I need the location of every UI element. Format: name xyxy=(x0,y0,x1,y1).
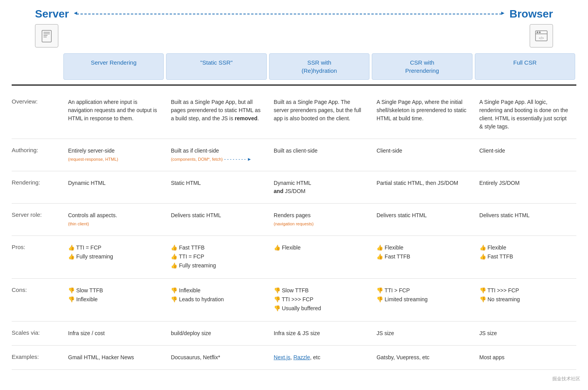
scales-static-ssr: build/deploy size xyxy=(165,326,268,341)
col-full-csr: Full CSR xyxy=(475,53,575,80)
svg-point-8 xyxy=(539,32,541,33)
scales-server-rendering: Infra size / cost xyxy=(62,326,165,341)
overview-csr-prerendering: A Single Page App, where the initial she… xyxy=(371,95,473,134)
authoring-server-rendering: Entirely server-side (request-response, … xyxy=(62,144,165,166)
col-csr-prerendering: CSR with Prerendering xyxy=(372,53,472,80)
server-role-ssr-rehydration: Renders pages (navigation requests) xyxy=(268,208,371,231)
overview-full-csr: A Single Page App. All logic, rendering … xyxy=(474,95,576,134)
rendering-static-ssr: Static HTML xyxy=(165,176,268,199)
examples-ssr-rehydration: Next.js, Razzle, etc xyxy=(268,350,371,365)
col-static-ssr: "Static SSR" xyxy=(166,53,266,80)
nextjs-link[interactable]: Next.js xyxy=(274,354,290,360)
overview-static-ssr: Built as a Single Page App, but all page… xyxy=(165,95,268,134)
examples-label: Examples: xyxy=(12,350,62,365)
server-role-static-ssr: Delivers static HTML xyxy=(165,208,268,231)
rendering-full-csr: Entirely JS/DOM xyxy=(474,176,576,199)
examples-server-rendering: Gmail HTML, Hacker News xyxy=(62,350,165,365)
browser-label: Browser xyxy=(509,8,553,20)
authoring-label: Authoring: xyxy=(12,144,62,166)
rendering-row: Rendering: Dynamic HTML Static HTML Dyna… xyxy=(12,171,576,204)
svg-text:</>: </> xyxy=(539,36,544,40)
pros-label: Pros: xyxy=(12,241,62,274)
server-role-full-csr: Delivers static HTML xyxy=(474,208,576,231)
watermark: 掘金技术社区 xyxy=(552,376,580,378)
pros-row: Pros: 👍 TTI = FCP 👍 Fully streaming 👍 Fa… xyxy=(12,236,576,279)
top-header: Server Browser xyxy=(12,8,576,20)
arrow-container xyxy=(69,14,509,14)
cons-label: Cons: xyxy=(12,283,62,316)
examples-row: Examples: Gmail HTML, Hacker News Docusa… xyxy=(12,346,576,370)
scales-ssr-rehydration: Infra size & JS size xyxy=(268,326,371,341)
col-ssr-rehydration: SSR with (Re)hydration xyxy=(269,53,369,80)
pros-server-rendering: 👍 TTI = FCP 👍 Fully streaming xyxy=(62,241,165,274)
authoring-csr-prerendering: Client-side xyxy=(371,144,473,166)
authoring-row: Authoring: Entirely server-side (request… xyxy=(12,139,576,171)
pros-static-ssr: 👍 Fast TTFB 👍 TTI = FCP 👍 Fully streamin… xyxy=(165,241,268,274)
examples-static-ssr: Docusaurus, Netflix* xyxy=(165,350,268,365)
cons-full-csr: 👎 TTI >>> FCP 👎 No streaming xyxy=(474,283,576,316)
browser-icon: </> xyxy=(530,24,553,47)
dashed-arrow xyxy=(77,14,502,14)
authoring-full-csr: Client-side xyxy=(474,144,576,166)
examples-csr-prerendering: Gatsby, Vuepress, etc xyxy=(371,350,473,365)
divider xyxy=(12,84,576,86)
server-role-row: Server role: Controls all aspects. (thin… xyxy=(12,204,576,236)
overview-ssr-rehydration: Built as a Single Page App. The server p… xyxy=(268,95,371,134)
cons-ssr-rehydration: 👎 Slow TTFB 👎 TTI >>> FCP 👎 Usually buff… xyxy=(268,283,371,316)
overview-server-rendering: An application where input is navigation… xyxy=(62,95,165,134)
cons-csr-prerendering: 👎 TTI > FCP 👎 Limited streaming xyxy=(371,283,473,316)
rendering-label: Rendering: xyxy=(12,176,62,199)
pros-csr-prerendering: 👍 Flexible 👍 Fast TTFB xyxy=(371,241,473,274)
cons-row: Cons: 👎 Slow TTFB 👎 Inflexible 👎 Inflexi… xyxy=(12,279,576,321)
server-role-label: Server role: xyxy=(12,208,62,231)
server-icon xyxy=(35,24,58,47)
col-server-rendering: Server Rendering xyxy=(63,53,164,80)
rendering-ssr-rehydration: Dynamic HTMLand JS/DOM xyxy=(268,176,371,199)
scales-via-row: Scales via: Infra size / cost build/depl… xyxy=(12,321,576,346)
icons-row: </> xyxy=(12,24,576,47)
server-role-csr-prerendering: Delivers static HTML xyxy=(371,208,473,231)
rendering-csr-prerendering: Partial static HTML, then JS/DOM xyxy=(371,176,473,199)
examples-full-csr: Most apps xyxy=(474,350,576,365)
cons-server-rendering: 👎 Slow TTFB 👎 Inflexible xyxy=(62,283,165,316)
pros-ssr-rehydration: 👍 Flexible xyxy=(268,241,371,274)
col-empty xyxy=(13,53,61,80)
server-role-server-rendering: Controls all aspects. (thin client) xyxy=(62,208,165,231)
overview-label: Overview: xyxy=(12,95,62,134)
authoring-static-ssr: Built as if client-side (components, DOM… xyxy=(165,144,268,166)
scales-csr-prerendering: JS size xyxy=(371,326,473,341)
razzle-link[interactable]: Razzle xyxy=(293,354,310,360)
data-table: Overview: An application where input is … xyxy=(12,90,576,370)
authoring-ssr-rehydration: Built as client-side xyxy=(268,144,371,166)
rendering-server-rendering: Dynamic HTML xyxy=(62,176,165,199)
columns-header: Server Rendering "Static SSR" SSR with (… xyxy=(12,53,576,80)
cons-static-ssr: 👎 Inflexible 👎 Leads to hydration xyxy=(165,283,268,316)
scales-full-csr: JS size xyxy=(474,326,576,341)
svg-point-7 xyxy=(537,32,538,33)
pros-full-csr: 👍 Flexible 👍 Fast TTFB xyxy=(474,241,576,274)
scales-via-label: Scales via: xyxy=(12,326,62,341)
overview-row: Overview: An application where input is … xyxy=(12,90,576,139)
server-label: Server xyxy=(35,8,69,20)
